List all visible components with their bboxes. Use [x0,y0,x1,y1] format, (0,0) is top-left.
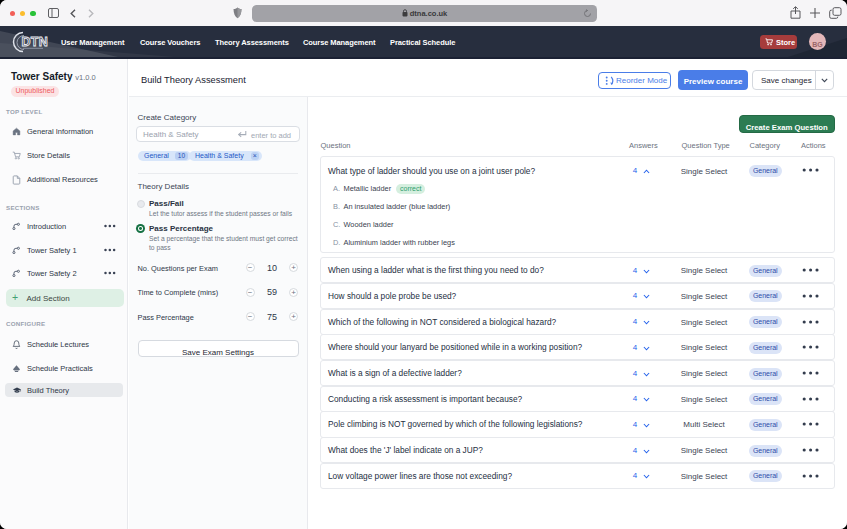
svg-text:DTN: DTN [22,35,49,49]
